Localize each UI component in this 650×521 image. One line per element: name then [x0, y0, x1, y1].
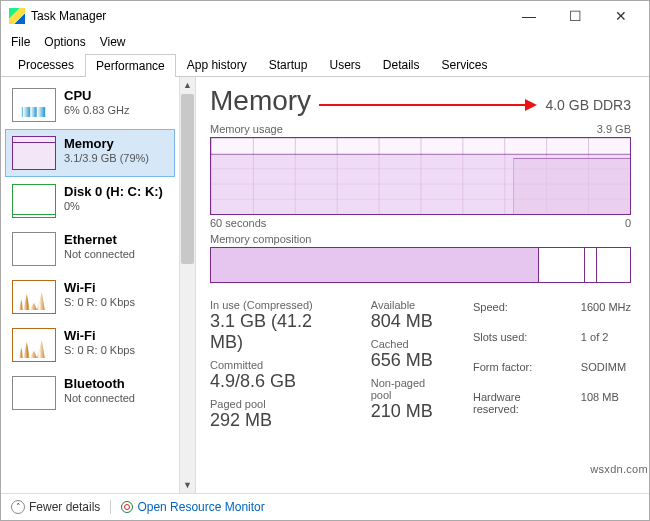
wifi-thumbnail-icon [12, 280, 56, 314]
disk-sub: 0% [64, 200, 80, 212]
sidebar-item-bluetooth[interactable]: BluetoothNot connected [5, 369, 175, 417]
sidebar-item-disk[interactable]: Disk 0 (H: C: K:)0% [5, 177, 175, 225]
page-title: Memory [210, 85, 311, 117]
form-val: SODIMM [581, 361, 631, 389]
task-manager-window: Task Manager — ☐ ✕ File Options View Pro… [0, 0, 650, 521]
wifi-thumbnail-icon [12, 328, 56, 362]
maximize-button[interactable]: ☐ [561, 8, 589, 24]
inuse-value: 3.1 GB (41.2 MB) [210, 311, 343, 353]
composition-label: Memory composition [210, 233, 311, 245]
close-button[interactable]: ✕ [607, 8, 635, 24]
sidebar-item-cpu[interactable]: CPU6% 0.83 GHz [5, 81, 175, 129]
sidebar: CPU6% 0.83 GHz Memory3.1/3.9 GB (79%) Di… [1, 77, 179, 493]
usage-label: Memory usage [210, 123, 283, 135]
nonpaged-value: 210 MB [371, 401, 445, 422]
tab-users[interactable]: Users [318, 53, 371, 76]
commit-value: 4.9/8.6 GB [210, 371, 343, 392]
memory-label: Memory [64, 136, 149, 151]
sidebar-scrollbar[interactable]: ▲ ▼ [179, 77, 195, 493]
sidebar-item-wifi-1[interactable]: Wi-FiS: 0 R: 0 Kbps [5, 273, 175, 321]
sidebar-item-memory[interactable]: Memory3.1/3.9 GB (79%) [5, 129, 175, 177]
disk-label: Disk 0 (H: C: K:) [64, 184, 163, 199]
wifi2-sub: S: 0 R: 0 Kbps [64, 344, 135, 356]
wifi1-label: Wi-Fi [64, 280, 135, 295]
task-manager-icon [9, 8, 25, 24]
x-left: 60 seconds [210, 217, 266, 229]
disk-thumbnail-icon [12, 184, 56, 218]
hw-val: 108 MB [581, 391, 631, 431]
avail-label: Available [371, 299, 445, 311]
wifi2-label: Wi-Fi [64, 328, 135, 343]
bluetooth-thumbnail-icon [12, 376, 56, 410]
menu-options[interactable]: Options [44, 35, 85, 49]
footer: ˄ Fewer details Open Resource Monitor [1, 493, 649, 520]
cpu-sub: 6% 0.83 GHz [64, 104, 129, 116]
tab-performance[interactable]: Performance [85, 54, 176, 77]
avail-value: 804 MB [371, 311, 445, 332]
scroll-thumb[interactable] [181, 94, 194, 264]
memory-properties: Speed:1600 MHz Slots used:1 of 2 Form fa… [473, 301, 631, 431]
tab-details[interactable]: Details [372, 53, 431, 76]
content: CPU6% 0.83 GHz Memory3.1/3.9 GB (79%) Di… [1, 77, 649, 493]
sidebar-item-wifi-2[interactable]: Wi-FiS: 0 R: 0 Kbps [5, 321, 175, 369]
memory-thumbnail-icon [12, 136, 56, 170]
tab-strip: Processes Performance App history Startu… [1, 53, 649, 77]
slots-key: Slots used: [473, 331, 561, 359]
form-key: Form factor: [473, 361, 561, 389]
hw-key: Hardware reserved: [473, 391, 561, 431]
annotation-arrow [319, 98, 537, 110]
tab-app-history[interactable]: App history [176, 53, 258, 76]
ethernet-label: Ethernet [64, 232, 135, 247]
bluetooth-label: Bluetooth [64, 376, 135, 391]
cpu-label: CPU [64, 88, 129, 103]
tab-services[interactable]: Services [431, 53, 499, 76]
fewer-details-button[interactable]: ˄ Fewer details [11, 500, 100, 514]
commit-label: Committed [210, 359, 343, 371]
scroll-down-button[interactable]: ▼ [180, 477, 195, 493]
paged-value: 292 MB [210, 410, 343, 431]
main-panel: Memory 4.0 GB DDR3 Memory usage 3.9 GB 6… [196, 77, 649, 493]
divider [110, 500, 111, 514]
minimize-button[interactable]: — [515, 8, 543, 24]
speed-val: 1600 MHz [581, 301, 631, 329]
open-resource-monitor-link[interactable]: Open Resource Monitor [121, 500, 264, 514]
orm-label: Open Resource Monitor [137, 500, 264, 514]
resource-monitor-icon [121, 501, 133, 513]
menu-view[interactable]: View [100, 35, 126, 49]
cached-value: 656 MB [371, 350, 445, 371]
slots-val: 1 of 2 [581, 331, 631, 359]
tab-startup[interactable]: Startup [258, 53, 319, 76]
ethernet-sub: Not connected [64, 248, 135, 260]
ethernet-thumbnail-icon [12, 232, 56, 266]
scroll-up-button[interactable]: ▲ [180, 77, 195, 93]
x-right: 0 [625, 217, 631, 229]
bluetooth-sub: Not connected [64, 392, 135, 404]
memory-usage-chart [210, 137, 631, 215]
nonpaged-label: Non-paged pool [371, 377, 445, 401]
cached-label: Cached [371, 338, 445, 350]
usage-max: 3.9 GB [597, 123, 631, 135]
chevron-up-icon: ˄ [11, 500, 25, 514]
menu-bar: File Options View [1, 31, 649, 53]
sidebar-item-ethernet[interactable]: EthernetNot connected [5, 225, 175, 273]
memory-composition-chart [210, 247, 631, 283]
window-title: Task Manager [31, 9, 515, 23]
titlebar: Task Manager — ☐ ✕ [1, 1, 649, 31]
paged-label: Paged pool [210, 398, 343, 410]
fewer-label: Fewer details [29, 500, 100, 514]
speed-key: Speed: [473, 301, 561, 329]
memory-sub: 3.1/3.9 GB (79%) [64, 152, 149, 164]
menu-file[interactable]: File [11, 35, 30, 49]
cpu-thumbnail-icon [12, 88, 56, 122]
memory-spec: 4.0 GB DDR3 [545, 97, 631, 113]
wifi1-sub: S: 0 R: 0 Kbps [64, 296, 135, 308]
inuse-label: In use (Compressed) [210, 299, 343, 311]
tab-processes[interactable]: Processes [7, 53, 85, 76]
